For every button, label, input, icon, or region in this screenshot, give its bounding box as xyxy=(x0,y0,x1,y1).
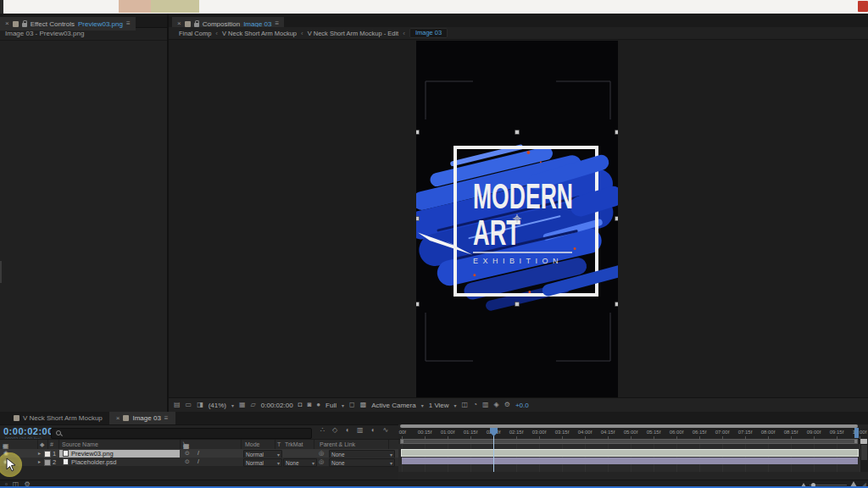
lock-icon[interactable] xyxy=(194,23,199,27)
panel-icon xyxy=(14,415,19,421)
timeline-tab[interactable]: V Neck Short Arm Mockup xyxy=(7,412,109,424)
region-of-interest-icon[interactable]: ◻ xyxy=(349,402,355,408)
column-t[interactable]: T xyxy=(277,441,281,447)
layer-label-color[interactable] xyxy=(44,459,51,466)
layer-row[interactable]: ◉►1Preview03.png⊙/Normal▾◎None▾ xyxy=(0,449,398,458)
column-trkmat[interactable]: TrkMat xyxy=(285,441,303,447)
work-area-end-handle[interactable] xyxy=(854,428,859,438)
exposure-value[interactable]: +0.0 xyxy=(515,402,529,409)
breadcrumb-item[interactable]: V Neck Short Arm Mockup - Edit xyxy=(308,30,399,37)
graph-editor-icon[interactable]: ∿ xyxy=(383,427,389,434)
poster-title-line1: MODERN xyxy=(473,176,573,216)
column-number[interactable]: # xyxy=(50,441,53,447)
poster-artwork: MODERN ART EXHIBITION xyxy=(416,41,618,398)
close-icon[interactable]: × xyxy=(116,415,120,422)
close-icon[interactable]: × xyxy=(5,20,9,27)
scrollbar-thumb[interactable] xyxy=(0,261,2,283)
lock-icon[interactable] xyxy=(22,23,27,27)
ruler-tick-label: 05:15f xyxy=(647,430,661,435)
panel-menu-icon[interactable]: ≡ xyxy=(275,20,280,27)
window-close-button[interactable] xyxy=(858,1,868,12)
composition-canvas[interactable]: MODERN ART EXHIBITION xyxy=(416,41,618,398)
fast-preview-icon[interactable]: ◔ xyxy=(473,402,477,408)
effect-controls-panel: × Effect Controls Preview03.png ≡ Image … xyxy=(0,14,167,412)
mask-visibility-icon[interactable]: ▱ xyxy=(251,402,256,408)
take-snapshot-icon[interactable]: ◘ xyxy=(298,402,303,408)
dropdown-arrow-icon: ▾ xyxy=(390,460,392,466)
layer-expander[interactable]: ► xyxy=(37,451,42,456)
current-time-display[interactable]: 0:00:02:00 xyxy=(3,426,53,436)
show-snapshot-icon[interactable]: ◙ xyxy=(307,402,311,408)
shy-layers-icon[interactable]: ◖ xyxy=(345,427,349,434)
ruler-tick-label: 04:15f xyxy=(601,430,615,435)
quality-switch[interactable]: / xyxy=(198,450,199,456)
frame-blend-icon[interactable]: ▥ xyxy=(357,427,364,434)
panel-menu-icon[interactable]: ≡ xyxy=(164,415,169,422)
layer-label-color[interactable] xyxy=(44,451,51,458)
timeline-search-input[interactable] xyxy=(51,428,312,439)
transparency-grid-icon[interactable]: ▩ xyxy=(360,402,367,408)
column-source-name[interactable]: Source Name xyxy=(62,441,98,447)
ruler-tick-label: 01:00f xyxy=(441,430,455,435)
camera-view-dropdown[interactable]: Active Camera xyxy=(371,402,415,409)
ruler-tick-label: 08:00f xyxy=(761,430,776,435)
trkmat-dropdown[interactable]: None▾ xyxy=(283,458,317,467)
layer-row[interactable]: ◉►2Placeholder.psd⊙/Normal▾None▾◎None▾ xyxy=(0,458,398,466)
resolution-dropdown[interactable]: Full xyxy=(326,402,337,409)
ruler-tick-label: 00:15f xyxy=(418,430,432,435)
breadcrumb-separator-icon: ‹ xyxy=(403,30,405,37)
ruler-tick-label: 06:00f xyxy=(670,430,684,435)
flowchart-icon[interactable]: ◈ xyxy=(494,402,499,408)
time-ruler[interactable]: :00f00:15f01:00f01:15f02:00f02:15f03:00f… xyxy=(398,428,868,440)
quality-switch[interactable]: / xyxy=(198,458,199,464)
mini-flowchart-icon[interactable]: ∴ xyxy=(320,427,325,434)
gear-icon[interactable]: ⚙ xyxy=(504,402,510,408)
layer-source-name[interactable]: Preview03.png xyxy=(59,450,180,458)
view-layout-dropdown[interactable]: 1 View xyxy=(429,402,449,409)
ruler-tick-label: 05:00f xyxy=(624,430,638,435)
ruler-tick-label: 09:15f xyxy=(830,430,844,435)
show-channel-icon[interactable]: ● xyxy=(316,402,320,408)
dropdown-arrow-icon: ▾ xyxy=(342,402,344,408)
breadcrumb-active[interactable]: Image 03 xyxy=(409,28,448,38)
blend-mode-dropdown[interactable]: Normal▾ xyxy=(243,458,282,467)
viewer-timecode[interactable]: 0:00:02:00 xyxy=(261,402,293,409)
blend-mode-value: Normal xyxy=(246,460,264,466)
parent-pickwhip-icon[interactable]: ◎ xyxy=(319,458,324,465)
titlebar-accent-right xyxy=(151,0,199,13)
breadcrumb-item[interactable]: Final Comp xyxy=(179,30,211,37)
label-column-icon[interactable]: ◆ xyxy=(40,441,44,448)
os-titlebar xyxy=(0,0,868,14)
layer-expander[interactable]: ► xyxy=(37,459,42,464)
layer-source-name[interactable]: Placeholder.psd xyxy=(63,458,116,466)
ruler-tick-label: 09:00f xyxy=(807,430,821,435)
breadcrumb-item[interactable]: V Neck Short Arm Mockup xyxy=(222,30,297,37)
close-icon[interactable]: × xyxy=(177,20,181,27)
composition-viewer[interactable]: MODERN ART EXHIBITION xyxy=(169,40,868,398)
collapse-switch[interactable]: ⊙ xyxy=(185,450,190,457)
panel-menu-icon[interactable]: ≡ xyxy=(126,20,131,27)
timeline-track-area[interactable]: :00f00:15f01:00f01:15f02:00f02:15f03:00f… xyxy=(398,424,868,480)
timeline-tab-label: Image 03 xyxy=(132,414,160,422)
dropdown-arrow-icon: ▾ xyxy=(277,452,280,458)
stack-icon[interactable]: ▤ xyxy=(174,402,181,408)
collapse-switch[interactable]: ⊙ xyxy=(185,458,190,465)
motion-blur-icon[interactable]: ◐ xyxy=(371,427,376,434)
layer-name-text: Placeholder.psd xyxy=(71,458,116,466)
column-mode[interactable]: Mode xyxy=(245,441,260,447)
grid-options-icon[interactable]: ▦ xyxy=(239,402,246,408)
parent-link-dropdown[interactable]: None▾ xyxy=(329,458,395,467)
layer-duration-bar[interactable] xyxy=(402,450,858,456)
timeline-tab[interactable]: ×Image 03≡ xyxy=(109,412,175,424)
timeline-button-icon[interactable]: ▥ xyxy=(482,402,489,408)
column-parent-link[interactable]: Parent & Link xyxy=(320,441,355,447)
track-vertical-scrollbar[interactable] xyxy=(860,444,868,472)
dual-display-icon[interactable]: ◨ xyxy=(197,402,203,408)
ruler-tick-label: 08:15f xyxy=(784,430,798,435)
display-icon[interactable]: ▭ xyxy=(186,402,192,408)
magnification-dropdown[interactable]: (41%) xyxy=(209,402,226,409)
draft-3d-icon[interactable]: ◇ xyxy=(332,427,337,434)
pixel-aspect-icon[interactable]: ◫ xyxy=(462,402,469,408)
parent-pickwhip-icon[interactable]: ◎ xyxy=(319,450,324,457)
layer-duration-bar[interactable] xyxy=(402,458,858,464)
